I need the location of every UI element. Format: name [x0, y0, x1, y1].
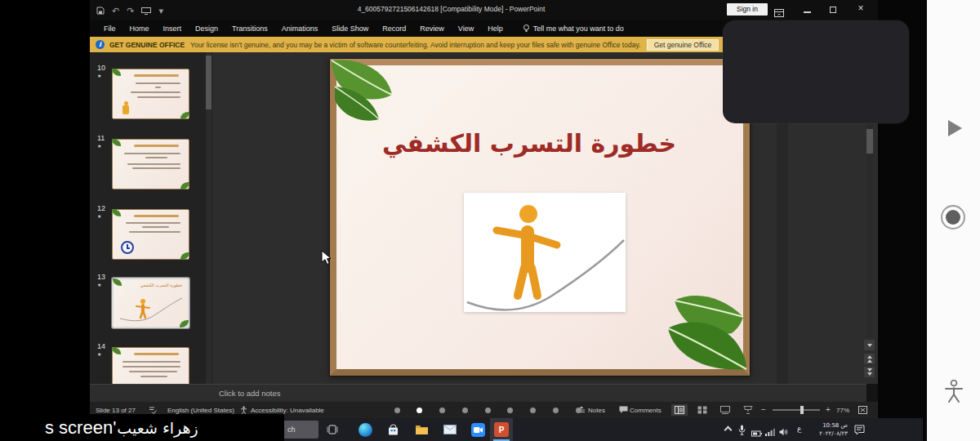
tightrope-figure-graphic [118, 296, 184, 323]
slide-title[interactable]: خطورة التسرب الكشفي [336, 129, 722, 158]
slide-sorter-view-button[interactable] [694, 404, 710, 416]
reading-view-button[interactable] [717, 404, 733, 416]
notes-toggle[interactable]: Notes [588, 407, 605, 414]
ribbon-display-options-icon[interactable] [774, 6, 784, 20]
microphone-icon[interactable] [738, 424, 746, 439]
banner-message: Your license isn't genuine, and you may … [190, 41, 640, 49]
edge-browser-icon[interactable] [358, 422, 372, 437]
notes-placeholder[interactable]: Click to add notes [219, 389, 281, 398]
scroll-down-button[interactable] [864, 340, 875, 350]
page-dot [439, 408, 445, 413]
tray-time: 10:58 ص [822, 422, 848, 429]
zoom-slider-thumb[interactable] [800, 406, 804, 414]
action-center-icon[interactable] [854, 424, 865, 439]
tray-date: ٢٠٢٢/٠٨/٢٣ [819, 430, 848, 437]
page-dot [507, 408, 513, 413]
page-dot [553, 408, 559, 413]
zoom-slider-track[interactable] [773, 409, 820, 411]
accessibility-status[interactable]: Accessibility: Unavailable [251, 407, 324, 414]
tab-transitions[interactable]: Transitions [232, 24, 268, 33]
tab-slide-show[interactable]: Slide Show [332, 24, 368, 33]
window-title: 4_6005792721506142618 [Compatibility Mod… [188, 0, 715, 20]
tray-expand-chevron-icon[interactable] [724, 426, 733, 434]
thumbnail-scrollbar-thumb[interactable] [206, 56, 212, 109]
main-scrollbar-thumb[interactable] [866, 129, 873, 154]
powerpoint-taskbar-button-active[interactable]: P [490, 418, 513, 441]
lightbulb-icon [523, 24, 529, 33]
network-signal-icon[interactable] [765, 425, 775, 439]
thumbnail-slide-12[interactable] [112, 209, 189, 260]
tab-insert[interactable]: Insert [163, 24, 182, 33]
zoom-app-icon[interactable] [470, 422, 485, 437]
tray-clock[interactable]: 10:58 ص ٢٠٢٢/٠٨/٢٣ [807, 421, 848, 438]
zoom-out-button[interactable]: − [761, 405, 766, 414]
info-icon: i [96, 40, 105, 49]
page-dot-active [416, 408, 422, 413]
page-dot [462, 408, 468, 413]
thumbnail-slide-13-selected[interactable]: خطورة التسرب الكشفي [112, 278, 189, 328]
tab-file[interactable]: File [104, 24, 116, 33]
zoom-in-button[interactable]: + [826, 405, 831, 414]
clock-graphic [121, 241, 134, 254]
input-language-indicator[interactable]: ع [797, 425, 801, 433]
tab-home[interactable]: Home [130, 24, 149, 33]
microsoft-store-icon[interactable] [385, 422, 400, 437]
page-dot [485, 408, 491, 413]
slide-show-view-button[interactable] [740, 404, 756, 416]
slide-number: 11 [97, 134, 105, 142]
thumbnail-slide-11[interactable] [112, 139, 189, 189]
screen-share-label: s screen' زهراء شعيب [0, 414, 284, 441]
accessibility-person-icon[interactable] [944, 380, 964, 406]
tab-animations[interactable]: Animations [282, 24, 318, 33]
banner-title: GET GENUINE OFFICE [109, 41, 185, 49]
sign-in-button[interactable]: Sign in [727, 3, 768, 16]
comments-toggle[interactable]: Comments [630, 407, 662, 414]
tell-me-search[interactable]: Tell me what you want to do [523, 24, 624, 33]
redo-icon[interactable]: ↷ [127, 5, 134, 16]
previous-slide-button[interactable] [864, 354, 875, 364]
animation-star-icon: ★ [97, 73, 101, 78]
animation-star-icon: ★ [97, 282, 101, 287]
customize-qat-icon[interactable]: ▾ [158, 5, 163, 16]
save-icon[interactable] [96, 3, 105, 18]
language-status[interactable]: English (United States) [167, 407, 234, 414]
tab-help[interactable]: Help [488, 24, 503, 33]
powerpoint-icon: P [494, 422, 509, 437]
task-view-icon[interactable] [325, 422, 340, 437]
letterbox-left [0, 0, 90, 441]
next-slide-button[interactable] [864, 367, 875, 377]
slide-number: 13 [97, 273, 105, 281]
get-genuine-office-button[interactable]: Get genuine Office [647, 39, 719, 51]
animation-star-icon: ★ [97, 351, 101, 357]
play-icon[interactable] [948, 120, 962, 136]
thumb-slide-title: خطورة التسرب الكشفي [140, 283, 182, 287]
tab-design[interactable]: Design [195, 24, 218, 33]
slide-counter: Slide 13 of 27 [96, 407, 136, 414]
tab-view[interactable]: View [458, 24, 474, 33]
tightrope-image[interactable] [464, 193, 626, 312]
thumbnail-slide-10[interactable] [112, 69, 189, 119]
minimize-button[interactable] [804, 11, 811, 13]
thumb-title-line [134, 74, 179, 77]
battery-icon[interactable] [751, 425, 762, 440]
tab-record[interactable]: Record [382, 24, 406, 33]
undo-icon[interactable]: ↶ [112, 5, 119, 16]
leaf-decoration [180, 112, 189, 119]
close-button[interactable]: × [854, 2, 867, 14]
slide-thumbnail-panel: 10 ★ 11 ★ [90, 52, 212, 384]
tab-review[interactable]: Review [420, 24, 444, 33]
screen-share-label-arabic: زهراء شعيب [117, 419, 198, 437]
comments-icon [619, 406, 628, 416]
start-slideshow-icon[interactable] [141, 3, 151, 18]
normal-view-button[interactable] [671, 404, 688, 416]
file-explorer-icon[interactable] [414, 422, 429, 437]
fit-slide-to-window-icon[interactable] [858, 406, 867, 416]
screen-share-label-latin: s screen' [45, 417, 116, 439]
speaker-icon[interactable] [779, 425, 788, 439]
restore-button[interactable] [830, 7, 836, 13]
slide-canvas[interactable]: خطورة التسرب الكشفي [330, 59, 750, 376]
notes-pane[interactable]: Click to add notes [90, 384, 866, 402]
zoom-level[interactable]: 77% [836, 407, 849, 414]
record-icon[interactable] [941, 205, 965, 229]
mail-icon[interactable] [443, 422, 457, 437]
